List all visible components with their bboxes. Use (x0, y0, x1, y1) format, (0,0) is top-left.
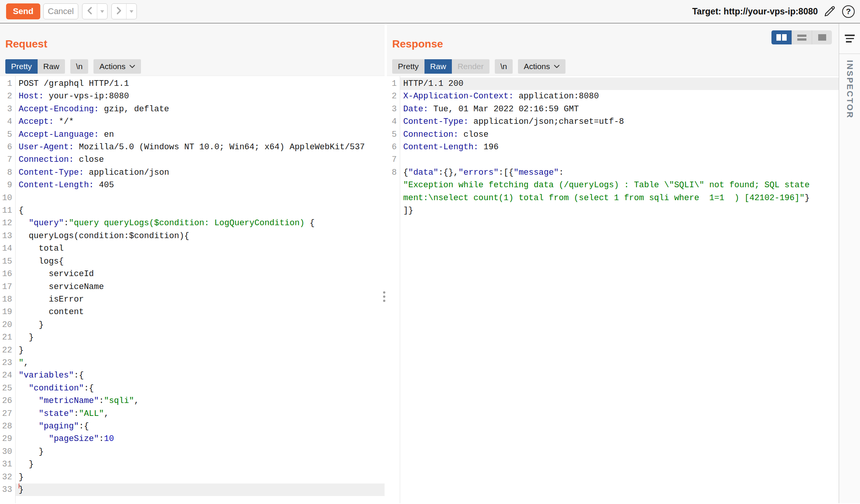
layout-columns-button[interactable] (771, 30, 792, 44)
code-line: 10 (0, 192, 385, 204)
code-line: 16 serviceId (0, 268, 385, 280)
code-line: 11{ (0, 204, 385, 217)
line-text: "variables":{ (15, 369, 385, 382)
request-actions-button[interactable]: Actions (93, 59, 141, 74)
response-editor[interactable]: 1HTTP/1.1 2002X-Application-Context: app… (387, 76, 839, 503)
line-number: 17 (0, 281, 15, 293)
inspector-collapse-button[interactable] (839, 24, 860, 54)
code-line: 7 (387, 153, 839, 166)
response-header: Response Pretty Raw Render \n Actions (387, 24, 839, 76)
line-number: 4 (0, 115, 15, 128)
line-number: 10 (0, 192, 15, 204)
request-editor[interactable]: 1POST /graphql HTTP/1.12Host: your-vps-i… (0, 76, 385, 503)
code-line: 8{"data":{},"errors":[{"message": (387, 166, 839, 179)
line-number: 32 (0, 471, 15, 483)
request-header: Request Pretty Raw \n Actions (0, 24, 385, 76)
response-panel: Response Pretty Raw Render \n Actions (387, 24, 839, 503)
history-forward-group (111, 3, 137, 19)
line-number: 8 (0, 166, 15, 179)
code-line: "Exception while fetching data (/queryLo… (387, 179, 839, 191)
line-number: 29 (0, 433, 15, 445)
line-text: X-Application-Context: application:8080 (400, 90, 839, 103)
send-button[interactable]: Send (6, 3, 40, 19)
line-text: total (15, 242, 385, 255)
back-button[interactable] (82, 4, 97, 19)
line-number: 21 (0, 331, 15, 344)
code-line: 26 "metricName":"sqli", (0, 395, 385, 407)
line-number: 7 (0, 153, 15, 166)
rows-icon (797, 35, 806, 41)
line-text: Connection: close (400, 128, 839, 141)
code-line: 21 } (0, 331, 385, 344)
line-number: 33 (0, 483, 15, 496)
line-text: Content-Length: 196 (400, 141, 839, 153)
tab-response-render[interactable]: Render (452, 59, 489, 74)
layout-switcher (771, 30, 832, 44)
code-line: 25 "condition":{ (0, 382, 385, 395)
line-text: Date: Tue, 01 Mar 2022 02:16:59 GMT (400, 103, 839, 115)
code-line: 3Date: Tue, 01 Mar 2022 02:16:59 GMT (387, 103, 839, 115)
code-line: 3Accept-Encoding: gzip, deflate (0, 103, 385, 115)
code-line: 2Host: your-vps-ip:8080 (0, 90, 385, 103)
actions-label: Actions (99, 62, 125, 71)
column-icon (776, 34, 781, 41)
code-line: 14 total (0, 242, 385, 255)
line-text: Connection: close (15, 153, 385, 166)
line-text: } (15, 446, 385, 458)
help-button[interactable]: ? (842, 5, 855, 18)
line-number (387, 192, 400, 204)
repeater-main: Request Pretty Raw \n Actions 1POST /gra… (0, 24, 860, 503)
layout-single-button[interactable] (812, 30, 832, 44)
line-number: 2 (387, 90, 400, 103)
line-number (387, 179, 400, 191)
tab-response-raw[interactable]: Raw (424, 59, 452, 74)
cancel-button[interactable]: Cancel (43, 3, 78, 19)
code-line: 32} (0, 471, 385, 483)
edit-target-button[interactable] (823, 4, 837, 19)
request-title: Request (5, 38, 379, 50)
line-text: serviceId (15, 268, 385, 280)
back-dropdown-button[interactable] (97, 4, 107, 19)
line-number: 2 (0, 90, 15, 103)
line-text: Host: your-vps-ip:8080 (15, 90, 385, 103)
line-text: content (15, 306, 385, 318)
line-text: isError (15, 293, 385, 306)
line-number: 8 (387, 166, 400, 179)
line-number: 15 (0, 255, 15, 268)
line-text: } (15, 471, 385, 483)
line-number: 12 (0, 217, 15, 229)
tab-request-pretty[interactable]: Pretty (5, 59, 38, 74)
line-text: } (15, 331, 385, 344)
layout-rows-button[interactable] (792, 30, 812, 44)
line-number: 3 (387, 103, 400, 115)
line-number: 4 (387, 115, 400, 128)
drag-handle-icon (383, 291, 385, 302)
forward-dropdown-button[interactable] (126, 4, 136, 19)
single-pane-icon (818, 34, 826, 41)
gutter-divider (400, 76, 400, 503)
code-line: 1POST /graphql HTTP/1.1 (0, 77, 385, 90)
response-tab-row: Pretty Raw Render \n Actions (392, 59, 833, 74)
tab-request-newline[interactable]: \n (70, 59, 89, 74)
tab-response-pretty[interactable]: Pretty (392, 59, 424, 74)
code-line: 22} (0, 344, 385, 357)
line-text: Accept-Language: en (15, 128, 385, 141)
code-line: 1HTTP/1.1 200 (387, 77, 839, 90)
line-text: Content-Type: application/json (15, 166, 385, 179)
line-number: 14 (0, 242, 15, 255)
line-number: 5 (0, 128, 15, 141)
line-number: 19 (0, 306, 15, 318)
forward-button[interactable] (112, 4, 126, 19)
line-number: 16 (0, 268, 15, 280)
inspector-tab[interactable]: INSPECTOR (845, 60, 855, 119)
line-number: 26 (0, 395, 15, 407)
target-zone: Target: http://your-vps-ip:8080 ? (692, 4, 855, 19)
response-actions-button[interactable]: Actions (518, 59, 565, 74)
line-text: } (15, 319, 385, 331)
tab-request-raw[interactable]: Raw (38, 59, 65, 74)
code-line: 4Accept: */* (0, 115, 385, 128)
column-icon (782, 34, 787, 41)
line-text: {"data":{},"errors":[{"message": (400, 166, 839, 179)
tab-response-newline[interactable]: \n (495, 59, 513, 74)
line-text: "query":"query queryLogs($condition: Log… (15, 217, 385, 229)
